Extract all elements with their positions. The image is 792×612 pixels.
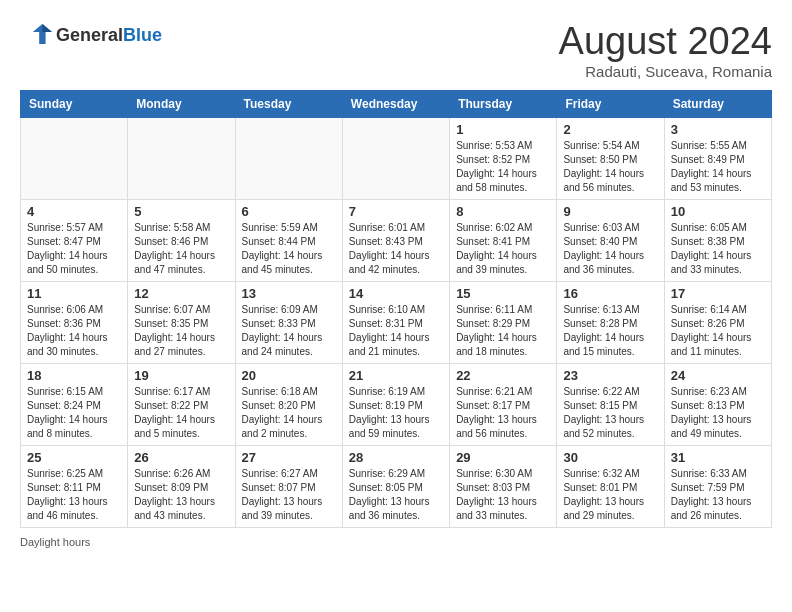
calendar-day-cell [128,118,235,200]
calendar-day-cell [235,118,342,200]
calendar-week-row: 4Sunrise: 5:57 AM Sunset: 8:47 PM Daylig… [21,200,772,282]
day-info: Sunrise: 6:11 AM Sunset: 8:29 PM Dayligh… [456,303,550,359]
calendar-day-cell: 12Sunrise: 6:07 AM Sunset: 8:35 PM Dayli… [128,282,235,364]
calendar-day-header: Tuesday [235,91,342,118]
day-info: Sunrise: 6:03 AM Sunset: 8:40 PM Dayligh… [563,221,657,277]
svg-marker-2 [42,24,52,32]
day-number: 4 [27,204,121,219]
day-number: 20 [242,368,336,383]
calendar-day-cell: 9Sunrise: 6:03 AM Sunset: 8:40 PM Daylig… [557,200,664,282]
day-number: 2 [563,122,657,137]
day-info: Sunrise: 6:26 AM Sunset: 8:09 PM Dayligh… [134,467,228,523]
calendar-day-cell: 21Sunrise: 6:19 AM Sunset: 8:19 PM Dayli… [342,364,449,446]
day-number: 30 [563,450,657,465]
day-number: 29 [456,450,550,465]
calendar-week-row: 18Sunrise: 6:15 AM Sunset: 8:24 PM Dayli… [21,364,772,446]
day-info: Sunrise: 6:13 AM Sunset: 8:28 PM Dayligh… [563,303,657,359]
footer-text: Daylight hours [20,536,90,548]
day-number: 18 [27,368,121,383]
day-info: Sunrise: 6:27 AM Sunset: 8:07 PM Dayligh… [242,467,336,523]
calendar-day-cell: 6Sunrise: 5:59 AM Sunset: 8:44 PM Daylig… [235,200,342,282]
calendar-day-cell: 19Sunrise: 6:17 AM Sunset: 8:22 PM Dayli… [128,364,235,446]
day-info: Sunrise: 6:19 AM Sunset: 8:19 PM Dayligh… [349,385,443,441]
location-subtitle: Radauti, Suceava, Romania [559,63,772,80]
day-info: Sunrise: 5:57 AM Sunset: 8:47 PM Dayligh… [27,221,121,277]
calendar-table: SundayMondayTuesdayWednesdayThursdayFrid… [20,90,772,528]
day-info: Sunrise: 6:09 AM Sunset: 8:33 PM Dayligh… [242,303,336,359]
calendar-day-cell: 17Sunrise: 6:14 AM Sunset: 8:26 PM Dayli… [664,282,771,364]
day-number: 9 [563,204,657,219]
calendar-day-header: Monday [128,91,235,118]
calendar-day-cell: 11Sunrise: 6:06 AM Sunset: 8:36 PM Dayli… [21,282,128,364]
day-info: Sunrise: 6:33 AM Sunset: 7:59 PM Dayligh… [671,467,765,523]
day-info: Sunrise: 5:58 AM Sunset: 8:46 PM Dayligh… [134,221,228,277]
calendar-day-header: Thursday [450,91,557,118]
day-info: Sunrise: 6:30 AM Sunset: 8:03 PM Dayligh… [456,467,550,523]
logo-text: General Blue [56,26,162,46]
svg-rect-0 [20,20,52,52]
header: General Blue August 2024 Radauti, Suceav… [20,20,772,80]
calendar-day-cell: 15Sunrise: 6:11 AM Sunset: 8:29 PM Dayli… [450,282,557,364]
calendar-day-cell: 13Sunrise: 6:09 AM Sunset: 8:33 PM Dayli… [235,282,342,364]
day-info: Sunrise: 6:17 AM Sunset: 8:22 PM Dayligh… [134,385,228,441]
day-number: 12 [134,286,228,301]
day-info: Sunrise: 6:29 AM Sunset: 8:05 PM Dayligh… [349,467,443,523]
day-number: 16 [563,286,657,301]
day-number: 22 [456,368,550,383]
logo: General Blue [20,20,162,52]
calendar-day-cell: 28Sunrise: 6:29 AM Sunset: 8:05 PM Dayli… [342,446,449,528]
day-info: Sunrise: 6:05 AM Sunset: 8:38 PM Dayligh… [671,221,765,277]
footer: Daylight hours [20,536,772,548]
calendar-day-header: Friday [557,91,664,118]
day-number: 24 [671,368,765,383]
logo-general: General [56,26,123,46]
day-number: 11 [27,286,121,301]
day-info: Sunrise: 6:06 AM Sunset: 8:36 PM Dayligh… [27,303,121,359]
calendar-day-header: Wednesday [342,91,449,118]
calendar-day-cell [342,118,449,200]
calendar-day-cell: 22Sunrise: 6:21 AM Sunset: 8:17 PM Dayli… [450,364,557,446]
day-info: Sunrise: 6:23 AM Sunset: 8:13 PM Dayligh… [671,385,765,441]
day-info: Sunrise: 6:25 AM Sunset: 8:11 PM Dayligh… [27,467,121,523]
calendar-day-cell: 26Sunrise: 6:26 AM Sunset: 8:09 PM Dayli… [128,446,235,528]
day-number: 15 [456,286,550,301]
day-info: Sunrise: 6:02 AM Sunset: 8:41 PM Dayligh… [456,221,550,277]
day-number: 23 [563,368,657,383]
calendar-day-cell: 24Sunrise: 6:23 AM Sunset: 8:13 PM Dayli… [664,364,771,446]
calendar-week-row: 25Sunrise: 6:25 AM Sunset: 8:11 PM Dayli… [21,446,772,528]
day-number: 1 [456,122,550,137]
calendar-day-cell: 4Sunrise: 5:57 AM Sunset: 8:47 PM Daylig… [21,200,128,282]
day-info: Sunrise: 6:21 AM Sunset: 8:17 PM Dayligh… [456,385,550,441]
day-number: 6 [242,204,336,219]
day-number: 31 [671,450,765,465]
day-number: 28 [349,450,443,465]
title-area: August 2024 Radauti, Suceava, Romania [559,20,772,80]
day-info: Sunrise: 6:10 AM Sunset: 8:31 PM Dayligh… [349,303,443,359]
day-info: Sunrise: 6:01 AM Sunset: 8:43 PM Dayligh… [349,221,443,277]
calendar-day-cell: 1Sunrise: 5:53 AM Sunset: 8:52 PM Daylig… [450,118,557,200]
logo-icon [20,20,52,52]
calendar-day-cell: 8Sunrise: 6:02 AM Sunset: 8:41 PM Daylig… [450,200,557,282]
day-number: 19 [134,368,228,383]
day-info: Sunrise: 5:54 AM Sunset: 8:50 PM Dayligh… [563,139,657,195]
day-number: 5 [134,204,228,219]
calendar-day-cell: 18Sunrise: 6:15 AM Sunset: 8:24 PM Dayli… [21,364,128,446]
calendar-day-cell [21,118,128,200]
day-info: Sunrise: 6:15 AM Sunset: 8:24 PM Dayligh… [27,385,121,441]
day-info: Sunrise: 6:32 AM Sunset: 8:01 PM Dayligh… [563,467,657,523]
day-number: 7 [349,204,443,219]
day-number: 8 [456,204,550,219]
day-number: 25 [27,450,121,465]
day-info: Sunrise: 5:55 AM Sunset: 8:49 PM Dayligh… [671,139,765,195]
calendar-day-cell: 29Sunrise: 6:30 AM Sunset: 8:03 PM Dayli… [450,446,557,528]
day-info: Sunrise: 5:59 AM Sunset: 8:44 PM Dayligh… [242,221,336,277]
month-title: August 2024 [559,20,772,63]
calendar-day-cell: 14Sunrise: 6:10 AM Sunset: 8:31 PM Dayli… [342,282,449,364]
calendar-day-cell: 7Sunrise: 6:01 AM Sunset: 8:43 PM Daylig… [342,200,449,282]
calendar-day-cell: 27Sunrise: 6:27 AM Sunset: 8:07 PM Dayli… [235,446,342,528]
logo-blue: Blue [123,26,162,46]
day-number: 17 [671,286,765,301]
day-info: Sunrise: 6:22 AM Sunset: 8:15 PM Dayligh… [563,385,657,441]
calendar-day-header: Sunday [21,91,128,118]
day-number: 3 [671,122,765,137]
